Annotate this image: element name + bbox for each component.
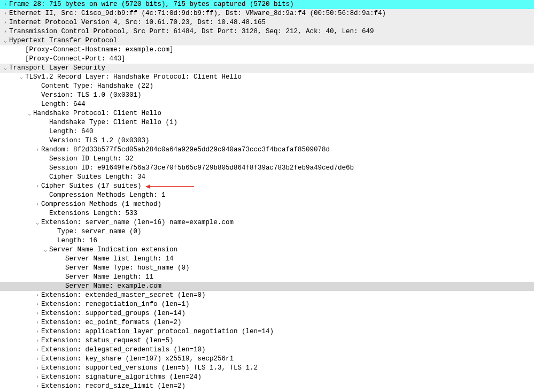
expand-icon[interactable]: › [34, 345, 41, 355]
tree-row[interactable]: Server Name length: 11 [0, 273, 534, 282]
tree-row-label: Cipher Suites (17 suites) [41, 182, 142, 191]
tree-row-label: Extensions Length: 533 [49, 209, 137, 218]
tree-row[interactable]: ⌄Server Name Indication extension [0, 245, 534, 255]
expand-icon[interactable]: › [34, 200, 41, 209]
expand-icon[interactable]: › [34, 182, 41, 191]
tree-row[interactable]: ⌄Transport Layer Security [0, 64, 534, 73]
tree-row[interactable]: Server Name Type: host_name (0) [0, 264, 534, 273]
tree-row-label: Frame 28: 715 bytes on wire (5720 bits),… [9, 0, 294, 9]
expand-icon[interactable]: › [34, 300, 41, 309]
tree-row[interactable]: Content Type: Handshake (22) [0, 82, 534, 91]
expand-icon[interactable]: › [34, 318, 41, 327]
tree-row[interactable]: ›Random: 8f2d33b577f5cd05ab284c0a64a929e… [0, 145, 534, 155]
tree-row-label: Version: TLS 1.0 (0x0301) [41, 91, 142, 100]
expand-icon[interactable]: › [2, 9, 9, 18]
tree-row-label: Type: server_name (0) [57, 227, 142, 236]
tree-row[interactable]: ›Extension: renegotiation_info (len=1) [0, 300, 534, 309]
tree-row[interactable]: Length: 644 [0, 100, 534, 109]
tree-row-label: Extension: delegated_credentials (len=10… [41, 345, 206, 355]
tree-row[interactable]: ›Extension: extended_master_secret (len=… [0, 291, 534, 300]
packet-details-tree: ›Frame 28: 715 bytes on wire (5720 bits)… [0, 0, 534, 392]
tree-row-label: Session ID: e91649fe756a373ce70f5b65c972… [49, 164, 354, 173]
tree-row[interactable]: Server Name list length: 14 [0, 255, 534, 264]
tree-row[interactable]: ›Frame 28: 715 bytes on wire (5720 bits)… [0, 0, 534, 9]
tree-row-label: Server Name Indication extension [49, 245, 177, 255]
tree-row[interactable]: ⌄Extension: server_name (len=16) name=ex… [0, 218, 534, 227]
collapse-icon[interactable]: ⌄ [42, 245, 49, 255]
tree-row[interactable]: Compression Methods Length: 1 [0, 191, 534, 200]
tree-row[interactable]: ›Extension: status_request (len=5) [0, 336, 534, 345]
tree-row[interactable]: ›Extension: signature_algorithms (len=24… [0, 373, 534, 382]
tree-row[interactable]: ⌄Handshake Protocol: Client Hello [0, 109, 534, 118]
tree-row-label: Extension: status_request (len=5) [41, 336, 174, 345]
expand-icon[interactable]: › [34, 291, 41, 300]
tree-row-label: Version: TLS 1.2 (0x0303) [49, 136, 150, 145]
tree-row[interactable]: ›Extension: record_size_limit (len=2) [0, 382, 534, 391]
tree-row-label: Session ID Length: 32 [49, 155, 134, 164]
collapse-icon[interactable]: ⌄ [34, 218, 41, 227]
collapse-icon[interactable]: ⌄ [18, 73, 25, 82]
tree-row-label: Extension: supported_groups (len=14) [41, 309, 185, 318]
tree-row[interactable]: ⌄Hypertext Transfer Protocol [0, 36, 534, 45]
tree-row[interactable]: ›Extension: application_layer_protocol_n… [0, 327, 534, 336]
collapse-icon[interactable]: ⌄ [2, 36, 9, 45]
tree-row[interactable]: Cipher Suites Length: 34 [0, 173, 534, 182]
tree-row-label: Cipher Suites Length: 34 [49, 173, 145, 182]
tree-row-label: Length: 644 [41, 100, 86, 109]
collapse-icon[interactable]: ⌄ [2, 64, 9, 73]
expand-icon[interactable]: › [34, 355, 41, 364]
tree-row[interactable]: Version: TLS 1.2 (0x0303) [0, 136, 534, 145]
tree-row-label: Internet Protocol Version 4, Src: 10.61.… [9, 18, 266, 27]
tree-row[interactable]: Type: server_name (0) [0, 227, 534, 236]
tree-row-label: Content Type: Handshake (22) [41, 82, 153, 91]
tree-row[interactable]: Length: 640 [0, 127, 534, 136]
tree-row[interactable]: Length: 16 [0, 236, 534, 245]
tree-row-label: Compression Methods (1 method) [41, 200, 161, 209]
expand-icon[interactable]: › [34, 309, 41, 318]
tree-row[interactable]: ›Ethernet II, Src: Cisco_9d:b9:ff (4c:71… [0, 9, 534, 18]
tree-row[interactable]: ›Extension: key_share (len=107) x25519, … [0, 355, 534, 364]
tree-row[interactable]: Version: TLS 1.0 (0x0301) [0, 91, 534, 100]
expand-icon[interactable]: › [34, 364, 41, 373]
tree-row[interactable]: [Proxy-Connect-Hostname: example.com] [0, 45, 534, 55]
tree-row[interactable]: Extensions Length: 533 [0, 209, 534, 218]
tree-row[interactable]: ⌄TLSv1.2 Record Layer: Handshake Protoco… [0, 73, 534, 82]
tree-row-label: Transmission Control Protocol, Src Port:… [9, 27, 374, 36]
tree-row[interactable]: [Proxy-Connect-Port: 443] [0, 55, 534, 64]
expand-icon[interactable]: › [2, 18, 9, 27]
tree-row-label: Extension: extended_master_secret (len=0… [41, 291, 206, 300]
annotation-arrow-icon [146, 186, 194, 187]
expand-icon[interactable]: › [2, 0, 9, 9]
tree-row-label: Compression Methods Length: 1 [49, 191, 166, 200]
tree-row-label: [Proxy-Connect-Hostname: example.com] [25, 45, 174, 55]
tree-row-label: Extension: ec_point_formats (len=2) [41, 318, 182, 327]
tree-row[interactable]: Server Name: example.com [0, 282, 534, 291]
tree-row-label: Handshake Type: Client Hello (1) [49, 118, 177, 127]
tree-row[interactable]: Session ID Length: 32 [0, 155, 534, 164]
tree-row[interactable]: ›Transmission Control Protocol, Src Port… [0, 27, 534, 36]
tree-row[interactable]: Session ID: e91649fe756a373ce70f5b65c972… [0, 164, 534, 173]
expand-icon[interactable]: › [34, 373, 41, 382]
tree-row[interactable]: ›Internet Protocol Version 4, Src: 10.61… [0, 18, 534, 27]
expand-icon[interactable]: › [2, 27, 9, 36]
expand-icon[interactable]: › [34, 382, 41, 391]
tree-row-label: Server Name length: 11 [65, 273, 153, 282]
tree-row[interactable]: ›Extension: supported_versions (len=5) T… [0, 364, 534, 373]
tree-row-label: Transport Layer Security [9, 64, 105, 73]
tree-row-label: [Proxy-Connect-Port: 443] [25, 55, 126, 64]
tree-row[interactable]: ›Compression Methods (1 method) [0, 200, 534, 209]
collapse-icon[interactable]: ⌄ [26, 109, 33, 118]
tree-row-label: Extension: renegotiation_info (len=1) [41, 300, 190, 309]
expand-icon[interactable]: › [34, 336, 41, 345]
tree-row[interactable]: ›Extension: ec_point_formats (len=2) [0, 318, 534, 327]
tree-row[interactable]: ›Extension: supported_groups (len=14) [0, 309, 534, 318]
tree-row-label: Handshake Protocol: Client Hello [33, 109, 161, 118]
expand-icon[interactable]: › [34, 145, 41, 155]
tree-row-label: Extension: application_layer_protocol_ne… [41, 327, 274, 336]
tree-row[interactable]: Handshake Type: Client Hello (1) [0, 118, 534, 127]
expand-icon[interactable]: › [34, 327, 41, 336]
tree-row-label: Hypertext Transfer Protocol [9, 36, 118, 45]
tree-row[interactable]: ›Extension: delegated_credentials (len=1… [0, 345, 534, 355]
tree-row-label: TLSv1.2 Record Layer: Handshake Protocol… [25, 73, 242, 82]
tree-row[interactable]: ›Cipher Suites (17 suites) [0, 182, 534, 191]
